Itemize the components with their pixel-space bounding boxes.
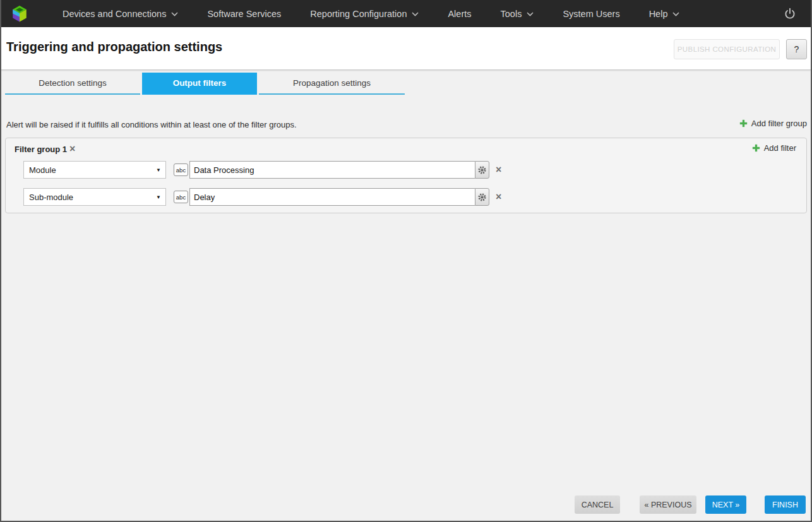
nav-item-label: Software Services (207, 9, 281, 19)
filter-field-select[interactable]: Module ▼ (23, 161, 166, 179)
remove-filter-icon[interactable]: × (496, 165, 501, 175)
nav-alerts[interactable]: Alerts (433, 0, 486, 27)
nav-software-services[interactable]: Software Services (193, 0, 296, 27)
filter-field-select[interactable]: Sub-module ▼ (23, 188, 166, 206)
finish-button[interactable]: FINISH (765, 495, 806, 514)
top-nav: Devices and Connections Software Service… (0, 0, 812, 27)
filter-instruction-text: Alert will be raised if it fulfills all … (6, 120, 297, 129)
chevron-down-icon (672, 12, 679, 16)
page-header: Triggering and propagation settings PUBL… (1, 27, 811, 70)
filter-row: Sub-module ▼ abc × (6, 188, 806, 206)
power-icon[interactable] (779, 0, 801, 27)
settings-tabs: Detection settings Output filters Propag… (5, 73, 405, 95)
filter-group: Filter group 1 × Add filter Module ▼ abc… (5, 138, 807, 213)
chevron-down-icon (527, 12, 534, 16)
filter-value-input[interactable] (189, 188, 475, 206)
add-filter-group-button[interactable]: Add filter group (739, 119, 807, 128)
previous-button[interactable]: « PREVIOUS (640, 495, 696, 514)
nav-item-label: Reporting Configuration (310, 9, 407, 19)
app-logo-icon[interactable] (11, 5, 28, 23)
nav-help[interactable]: Help (635, 0, 695, 27)
filter-group-title: Filter group 1 (15, 145, 67, 154)
nav-item-label: Tools (501, 9, 522, 19)
next-button[interactable]: NEXT » (705, 495, 746, 514)
help-button[interactable]: ? (786, 39, 807, 59)
tab-detection-settings[interactable]: Detection settings (5, 73, 140, 95)
filter-field-value: Module (29, 165, 56, 175)
filter-field-value: Sub-module (29, 193, 73, 202)
plus-icon (739, 119, 748, 128)
tab-output-filters[interactable]: Output filters (142, 73, 257, 95)
nav-item-label: System Users (563, 9, 619, 19)
filter-row: Module ▼ abc × (6, 161, 806, 179)
gear-icon (477, 193, 487, 202)
cancel-button[interactable]: CANCEL (575, 495, 620, 514)
nav-item-label: Help (649, 9, 668, 19)
filter-options-button[interactable] (475, 188, 489, 206)
page-title: Triggering and propagation settings (6, 40, 222, 54)
text-type-badge: abc (174, 191, 188, 203)
remove-filter-group-icon[interactable]: × (69, 144, 75, 154)
chevron-down-icon (412, 12, 419, 16)
gear-icon (477, 165, 487, 175)
filter-options-button[interactable] (475, 161, 489, 179)
plus-icon (752, 144, 760, 152)
chevron-down-icon (171, 12, 178, 16)
nav-tools[interactable]: Tools (486, 0, 549, 27)
remove-filter-icon[interactable]: × (496, 192, 501, 202)
publish-configuration-button[interactable]: PUBLISH CONFIGURATION (674, 39, 780, 59)
nav-reporting-configuration[interactable]: Reporting Configuration (296, 0, 433, 27)
dropdown-arrow-icon: ▼ (156, 167, 161, 173)
add-filter-group-label: Add filter group (751, 119, 807, 128)
nav-devices-and-connections[interactable]: Devices and Connections (48, 0, 193, 27)
nav-item-label: Devices and Connections (63, 9, 166, 19)
filter-value-input[interactable] (189, 161, 475, 179)
tab-propagation-settings[interactable]: Propagation settings (259, 73, 405, 95)
add-filter-button[interactable]: Add filter (752, 143, 796, 153)
add-filter-label: Add filter (764, 143, 796, 153)
text-type-badge: abc (174, 163, 188, 176)
nav-item-label: Alerts (448, 9, 471, 19)
app-window: Devices and Connections Software Service… (0, 0, 812, 522)
nav-system-users[interactable]: System Users (548, 0, 634, 27)
dropdown-arrow-icon: ▼ (156, 194, 161, 200)
